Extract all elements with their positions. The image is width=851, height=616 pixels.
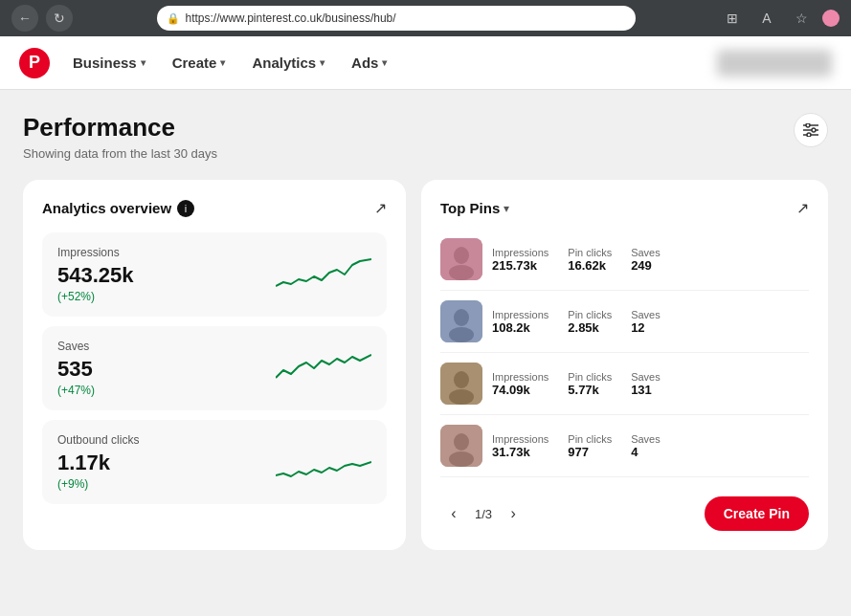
pin-stats: Impressions 108.2k Pin clicks 2.85k Save…: [492, 309, 809, 335]
pin-stat-clicks: Pin clicks 2.85k: [568, 309, 612, 335]
main-content: Performance Showing data from the last 3…: [0, 90, 851, 616]
outbound-clicks-metric-card: Outbound clicks 1.17k (+9%): [42, 420, 387, 504]
analytics-card-title: Analytics overview: [42, 200, 171, 216]
nav-item-analytics[interactable]: Analytics ▾: [240, 47, 336, 78]
url-text: https://www.pinterest.co.uk/business/hub…: [186, 11, 396, 25]
svg-point-16: [454, 433, 469, 451]
svg-point-4: [812, 128, 816, 132]
pin-stat-impressions: Impressions 31.73k: [492, 433, 549, 459]
pagination-controls: ‹ 1/3 ›: [440, 500, 526, 527]
svg-point-17: [449, 451, 474, 467]
pin-stat-saves: Saves 12: [631, 309, 661, 335]
pin-clicks-value: 2.85k: [568, 320, 612, 335]
dashboard-grid: Analytics overview i ↗ Impressions 543.2…: [23, 180, 828, 550]
pin-clicks-label: Pin clicks: [568, 371, 612, 383]
svg-point-10: [454, 309, 469, 326]
pin-clicks-label: Pin clicks: [568, 433, 612, 445]
top-pins-title-row: Top Pins ▾: [440, 200, 509, 216]
pinterest-nav: P Business ▾ Create ▾ Analytics ▾ Ads ▾: [0, 36, 851, 90]
outbound-clicks-value: 1.17k: [57, 451, 139, 475]
pin-saves-value: 4: [631, 445, 661, 459]
pin-impressions-value: 108.2k: [492, 320, 549, 335]
info-icon[interactable]: i: [177, 200, 194, 217]
svg-point-8: [449, 265, 474, 280]
svg-point-7: [454, 247, 469, 264]
pin-saves-label: Saves: [631, 371, 661, 383]
pin-stat-impressions: Impressions 108.2k: [492, 309, 549, 335]
saves-label: Saves: [57, 340, 95, 353]
nav-item-business[interactable]: Business ▾: [61, 47, 157, 78]
external-link-icon[interactable]: ↗: [374, 199, 387, 217]
profile-avatar-blur: [717, 50, 832, 77]
pin-item: Impressions 74.09k Pin clicks 5.77k Save…: [440, 353, 809, 415]
page-info: 1/3: [475, 507, 492, 521]
pin-clicks-value: 16.62k: [568, 258, 612, 273]
next-page-button[interactable]: ›: [500, 500, 526, 527]
pin-saves-label: Saves: [631, 247, 661, 258]
card-title-row: Analytics overview i: [42, 200, 194, 217]
back-button[interactable]: ←: [11, 5, 38, 32]
pin-stat-saves: Saves 131: [631, 371, 661, 397]
pin-thumbnail: [440, 238, 482, 280]
outbound-clicks-change: (+9%): [57, 477, 139, 491]
menu-icon[interactable]: [822, 10, 840, 27]
create-pin-button[interactable]: Create Pin: [705, 496, 809, 531]
extensions-icon[interactable]: ⊞: [719, 5, 746, 32]
top-pins-title: Top Pins: [440, 200, 500, 216]
page-subtitle: Showing data from the last 30 days: [23, 146, 217, 161]
address-bar[interactable]: 🔒 https://www.pinterest.co.uk/business/h…: [157, 6, 636, 31]
pin-clicks-value: 5.77k: [568, 383, 612, 397]
pin-stats: Impressions 31.73k Pin clicks 977 Saves …: [492, 433, 809, 459]
chevron-down-icon: ▾: [382, 57, 387, 68]
pin-stat-saves: Saves 4: [631, 433, 661, 459]
impressions-metric-card: Impressions 543.25k (+52%): [42, 232, 387, 317]
pin-stats: Impressions 74.09k Pin clicks 5.77k Save…: [492, 371, 809, 397]
chevron-down-icon: ▾: [141, 57, 146, 68]
pin-impressions-label: Impressions: [492, 309, 549, 320]
pin-impressions-label: Impressions: [492, 433, 549, 445]
nav-label-business: Business: [73, 55, 137, 71]
pin-saves-label: Saves: [631, 433, 661, 445]
svg-point-14: [449, 389, 474, 405]
pin-impressions-value: 74.09k: [492, 383, 549, 397]
top-pins-header: Top Pins ▾ ↗: [440, 199, 809, 217]
pin-saves-value: 131: [631, 383, 661, 397]
pinterest-logo[interactable]: P: [19, 48, 50, 78]
performance-header: Performance Showing data from the last 3…: [23, 113, 828, 161]
pin-stats: Impressions 215.73k Pin clicks 16.62k Sa…: [492, 247, 809, 273]
top-pins-external-link-icon[interactable]: ↗: [796, 199, 809, 217]
top-pins-chevron-icon[interactable]: ▾: [504, 202, 509, 215]
outbound-clicks-label: Outbound clicks: [57, 433, 139, 447]
refresh-button[interactable]: ↻: [46, 5, 73, 32]
svg-point-5: [807, 133, 811, 137]
pin-stat-clicks: Pin clicks 5.77k: [568, 371, 612, 397]
impressions-label: Impressions: [57, 246, 134, 259]
browser-chrome: ← ↻ 🔒 https://www.pinterest.co.uk/busine…: [0, 0, 851, 36]
pin-impressions-value: 215.73k: [492, 258, 549, 273]
pin-thumbnail: [440, 425, 482, 467]
pin-thumbnail: [440, 300, 482, 342]
top-pins-card: Top Pins ▾ ↗ Impressions 215.73k Pin cli…: [421, 180, 828, 550]
pin-stat-impressions: Impressions 215.73k: [492, 247, 549, 273]
profile-icon[interactable]: A: [753, 5, 780, 32]
pin-stat-saves: Saves 249: [631, 247, 661, 273]
pin-clicks-value: 977: [568, 445, 612, 459]
nav-item-ads[interactable]: Ads ▾: [340, 47, 398, 78]
pagination-row: ‹ 1/3 › Create Pin: [440, 493, 809, 531]
nav-item-create[interactable]: Create ▾: [161, 47, 237, 78]
nav-label-create: Create: [172, 55, 217, 71]
bookmark-icon[interactable]: ☆: [788, 5, 815, 32]
nav-label-ads: Ads: [351, 55, 378, 71]
saves-value: 535: [57, 357, 95, 382]
pin-clicks-label: Pin clicks: [568, 247, 612, 258]
pin-impressions-value: 31.73k: [492, 445, 549, 459]
filter-button[interactable]: [794, 113, 828, 147]
pin-stat-clicks: Pin clicks 16.62k: [568, 247, 612, 273]
pin-clicks-label: Pin clicks: [568, 309, 612, 320]
nav-label-analytics: Analytics: [252, 55, 316, 71]
prev-page-button[interactable]: ‹: [440, 500, 467, 527]
impressions-value: 543.25k: [57, 263, 134, 288]
svg-point-13: [454, 371, 469, 388]
svg-point-3: [806, 123, 810, 127]
pin-impressions-label: Impressions: [492, 247, 549, 258]
